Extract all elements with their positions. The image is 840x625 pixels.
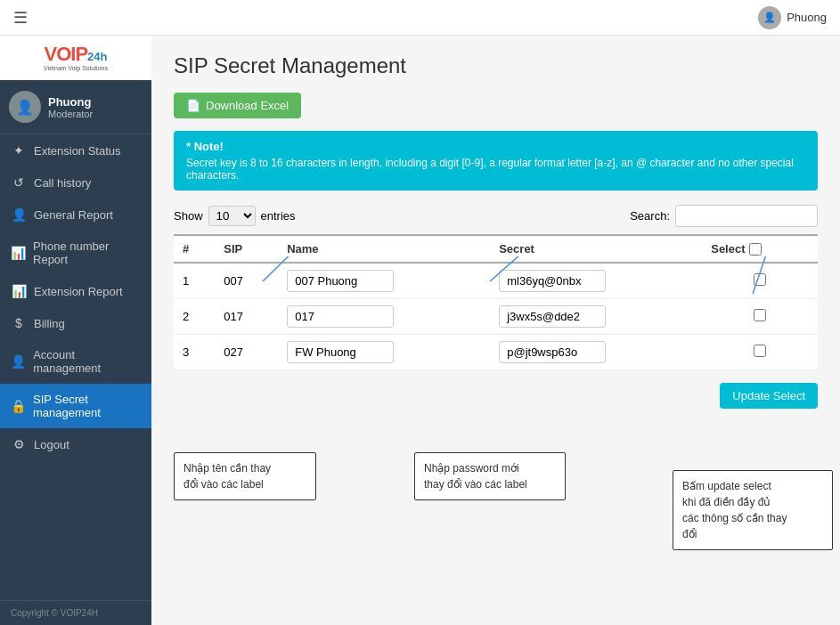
cell-sip: 027 — [215, 335, 278, 370]
col-num: # — [174, 235, 215, 263]
sidebar-item-label: SIP Secret management — [33, 393, 141, 419]
sidebar-role: Moderator — [48, 109, 93, 119]
cell-select — [702, 263, 818, 299]
cell-select — [702, 335, 818, 370]
search-input[interactable] — [675, 205, 818, 227]
sidebar-item-extension-status[interactable]: ✦ Extension Status — [0, 134, 151, 166]
sidebar-item-logout[interactable]: ⚙ Logout — [0, 428, 151, 460]
cell-name — [278, 263, 490, 299]
top-user-name: Phuong — [787, 11, 827, 24]
cell-name — [278, 299, 490, 335]
sidebar-item-label: Phone number Report — [33, 239, 141, 266]
sidebar-item-call-history[interactable]: ↺ Call history — [0, 166, 151, 199]
cell-sip: 017 — [215, 299, 278, 335]
secret-input-0[interactable] — [499, 270, 606, 292]
sidebar-user-info: Phuong Moderator — [48, 95, 93, 119]
update-select-button[interactable]: Update Select — [720, 383, 818, 409]
sidebar-item-label: Account management — [33, 348, 141, 375]
sidebar-nav: ✦ Extension Status ↺ Call history 👤 Gene… — [0, 134, 151, 600]
sidebar-item-label: Billing — [34, 317, 65, 330]
top-user-menu[interactable]: 👤 Phuong — [758, 6, 827, 29]
col-secret: Secret — [490, 235, 702, 263]
col-select: Select — [702, 235, 818, 263]
voip-logo-text: VOIP24h — [45, 44, 108, 65]
show-entries: Show 10 25 50 100 entries — [174, 206, 296, 226]
sidebar-item-billing[interactable]: $ Billing — [0, 307, 151, 339]
table-header-row: # SIP Name Secret Select — [174, 235, 818, 263]
cell-secret — [490, 263, 702, 299]
account-management-icon: 👤 — [11, 354, 26, 369]
cell-num: 3 — [174, 335, 215, 370]
logout-icon: ⚙ — [11, 437, 27, 451]
note-title: * Note! — [186, 140, 805, 153]
name-input-0[interactable] — [287, 270, 394, 292]
select-all-checkbox[interactable] — [749, 243, 762, 256]
sidebar-avatar: 👤 — [9, 91, 41, 123]
sidebar-item-label: Call history — [34, 176, 91, 190]
search-box: Search: — [630, 205, 818, 227]
row-checkbox-2[interactable] — [754, 345, 766, 357]
annotation-box-name: Nhập tên cần thayđổi vào các label — [174, 452, 316, 500]
cell-secret — [490, 299, 702, 335]
sidebar-item-account-management[interactable]: 👤 Account management — [0, 339, 151, 384]
row-checkbox-0[interactable] — [754, 273, 766, 286]
cell-select — [702, 299, 818, 335]
download-excel-button[interactable]: 📄 Download Excel — [174, 93, 301, 118]
top-header: ☰ 👤 Phuong — [0, 0, 840, 36]
table-row: 2 017 — [174, 299, 818, 335]
main-content: SIP Secret Management 📄 Download Excel *… — [151, 36, 840, 625]
menu-toggle-icon[interactable]: ☰ — [13, 8, 28, 28]
top-user-avatar: 👤 — [758, 6, 781, 29]
show-label: Show — [174, 209, 203, 223]
sidebar: VOIP24h Vietnam Voip Solutions 👤 Phuong … — [0, 36, 151, 625]
annotation-label-2: Nhập password mớithay đổi vào các label — [424, 462, 527, 491]
cell-name — [278, 335, 490, 370]
row-checkbox-1[interactable] — [754, 309, 766, 321]
sidebar-username: Phuong — [48, 95, 93, 109]
cell-num: 2 — [174, 299, 215, 335]
billing-icon: $ — [11, 316, 27, 330]
sip-table: # SIP Name Secret Select 1 007 — [174, 234, 818, 370]
col-name: Name — [278, 235, 490, 263]
note-text: Secret key is 8 to 16 characters in leng… — [186, 157, 805, 182]
secret-input-1[interactable] — [499, 305, 606, 328]
table-controls: Show 10 25 50 100 entries Search: — [174, 205, 818, 227]
voip-logo: VOIP24h Vietnam Voip Solutions — [44, 44, 108, 72]
sidebar-item-label: General Report — [34, 208, 113, 222]
extension-status-icon: ✦ — [11, 143, 27, 158]
sidebar-item-sip-secret-management[interactable]: 🔒 SIP Secret management — [0, 384, 151, 428]
annotation-label-1: Nhập tên cần thayđổi vào các label — [183, 462, 271, 491]
download-icon: 📄 — [186, 99, 200, 112]
search-label: Search: — [630, 209, 670, 223]
extension-report-icon: 📊 — [11, 284, 27, 298]
call-history-icon: ↺ — [11, 175, 27, 190]
sidebar-logo: VOIP24h Vietnam Voip Solutions — [0, 36, 151, 80]
secret-input-2[interactable] — [499, 341, 606, 363]
annotation-area: Nhập tên cần thayđổi vào các label Nhập … — [174, 434, 818, 559]
cell-sip: 007 — [215, 263, 278, 299]
note-box: * Note! Secret key is 8 to 16 characters… — [174, 131, 818, 191]
sidebar-item-general-report[interactable]: 👤 General Report — [0, 199, 151, 231]
table-row: 1 007 — [174, 263, 818, 299]
name-input-2[interactable] — [287, 341, 394, 363]
sidebar-item-extension-report[interactable]: 📊 Extension Report — [0, 275, 151, 307]
cell-secret — [490, 335, 702, 370]
annotation-box-update: Bấm update selectkhi đã điền đầy đủcác t… — [673, 470, 833, 550]
sidebar-item-phone-number-report[interactable]: 📊 Phone number Report — [0, 231, 151, 275]
col-sip: SIP — [215, 235, 278, 263]
entries-select[interactable]: 10 25 50 100 — [208, 206, 256, 226]
app-layout: VOIP24h Vietnam Voip Solutions 👤 Phuong … — [0, 36, 840, 625]
sidebar-item-label: Extension Report — [34, 285, 123, 298]
general-report-icon: 👤 — [11, 207, 27, 222]
table-row: 3 027 — [174, 335, 818, 370]
sidebar-footer: Copyright © VOIP24H — [0, 600, 151, 625]
cell-num: 1 — [174, 263, 215, 299]
annotation-box-password: Nhập password mớithay đổi vào các label — [414, 452, 566, 500]
sidebar-user-panel: 👤 Phuong Moderator — [0, 80, 151, 134]
page-title: SIP Secret Management — [174, 53, 818, 78]
annotation-label-3: Bấm update selectkhi đã điền đầy đủcác t… — [682, 480, 787, 540]
table-footer: Update Select — [174, 376, 818, 408]
name-input-1[interactable] — [287, 305, 394, 328]
sip-secret-icon: 🔒 — [11, 399, 26, 413]
sidebar-item-label: Logout — [34, 438, 69, 451]
